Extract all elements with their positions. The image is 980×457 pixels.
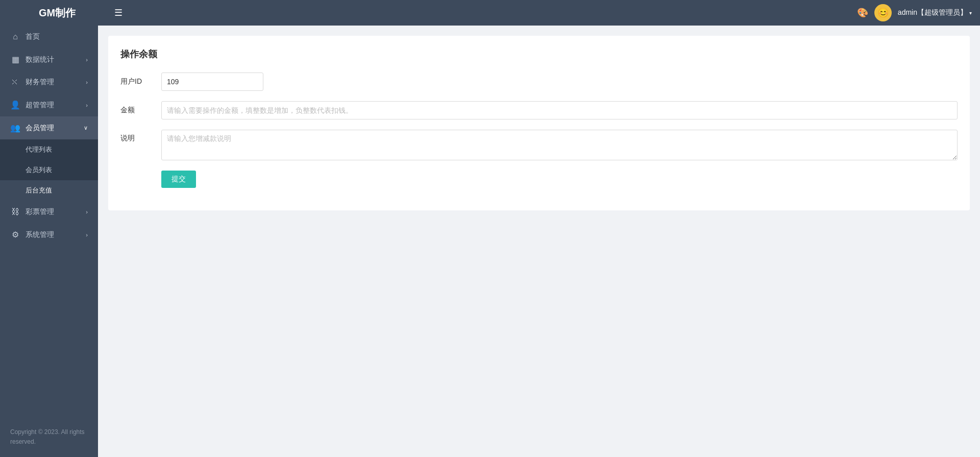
chevron-right-icon-admin: › [86,102,88,108]
user-id-label: 用户ID [120,77,161,86]
agent-list-label: 代理列表 [26,145,52,154]
sidebar-item-data-stats[interactable]: ▦ 数据统计 › [0,48,98,71]
description-textarea[interactable] [161,130,958,160]
form-group-user-id: 用户ID [120,73,958,91]
backend-recharge-label: 后台充值 [26,186,52,195]
member-icon: 👥 [10,123,20,133]
sidebar-item-home-label: 首页 [26,32,40,41]
sidebar: ⌂ 首页 ▦ 数据统计 › ⛌ 财务管理 › 👤 超管管理 › 👥 会员管理 ∨ [0,26,98,457]
content-card: 操作余额 用户ID 金额 说明 提交 [108,36,970,210]
sidebar-item-data-stats-label: 数据统计 [26,55,54,64]
sidebar-subitem-member-list[interactable]: 会员列表 [0,160,98,180]
sidebar-subitem-backend-recharge[interactable]: 后台充值 [0,180,98,201]
sidebar-item-system[interactable]: ⚙ 系统管理 › [0,223,98,246]
header-right: 🎨 😊 admin【超级管理员】 ▾ [857,4,972,21]
chevron-right-icon-system: › [86,232,88,238]
chevron-right-icon-lottery: › [86,209,88,215]
chevron-down-icon-member: ∨ [84,125,88,131]
sidebar-item-lottery[interactable]: ⛓ 彩票管理 › [0,201,98,223]
chevron-right-icon-finance: › [86,79,88,85]
admin-icon: 👤 [10,100,20,110]
copyright-text: Copyright © 2023. All rights reserved. [10,428,85,445]
app-logo: GM制作 [8,6,106,20]
palette-icon[interactable]: 🎨 [857,7,868,18]
main-content: 操作余额 用户ID 金额 说明 提交 [98,26,980,457]
layout: ⌂ 首页 ▦ 数据统计 › ⛌ 财务管理 › 👤 超管管理 › 👥 会员管理 ∨ [0,26,980,457]
amount-label: 金额 [120,106,161,115]
chart-icon: ▦ [10,55,20,64]
user-id-input[interactable] [161,73,263,91]
amount-input[interactable] [161,101,958,119]
sidebar-item-admin-label: 超管管理 [26,101,54,110]
finance-icon: ⛌ [10,78,20,87]
chevron-down-icon: ▾ [969,10,972,16]
form-group-description: 说明 [120,130,958,160]
header: GM制作 ☰ 🎨 😊 admin【超级管理员】 ▾ [0,0,980,26]
sidebar-subitem-agent-list[interactable]: 代理列表 [0,139,98,160]
form-group-submit: 提交 [120,171,958,188]
sidebar-item-home[interactable]: ⌂ 首页 [0,26,98,48]
member-list-label: 会员列表 [26,165,52,175]
description-label: 说明 [120,130,161,143]
member-submenu: 代理列表 会员列表 后台充值 [0,139,98,201]
sidebar-item-admin[interactable]: 👤 超管管理 › [0,93,98,116]
user-info[interactable]: admin【超级管理员】 ▾ [898,8,972,17]
page-title: 操作余额 [120,48,958,60]
sidebar-copyright: Copyright © 2023. All rights reserved. [0,417,98,457]
sidebar-item-system-label: 系统管理 [26,230,54,239]
sidebar-item-member[interactable]: 👥 会员管理 ∨ [0,116,98,139]
menu-toggle-icon[interactable]: ☰ [114,7,122,18]
system-icon: ⚙ [10,230,20,239]
sidebar-item-finance-label: 财务管理 [26,78,54,87]
submit-button[interactable]: 提交 [161,171,196,188]
avatar[interactable]: 😊 [874,4,892,21]
lottery-icon: ⛓ [10,207,20,217]
header-left: GM制作 ☰ [8,6,122,20]
chevron-right-icon: › [86,57,88,63]
user-label: admin【超级管理员】 [898,8,967,17]
home-icon: ⌂ [10,32,20,41]
sidebar-item-lottery-label: 彩票管理 [26,207,54,217]
sidebar-item-member-label: 会员管理 [26,124,54,133]
form-group-amount: 金额 [120,101,958,119]
sidebar-item-finance[interactable]: ⛌ 财务管理 › [0,71,98,93]
